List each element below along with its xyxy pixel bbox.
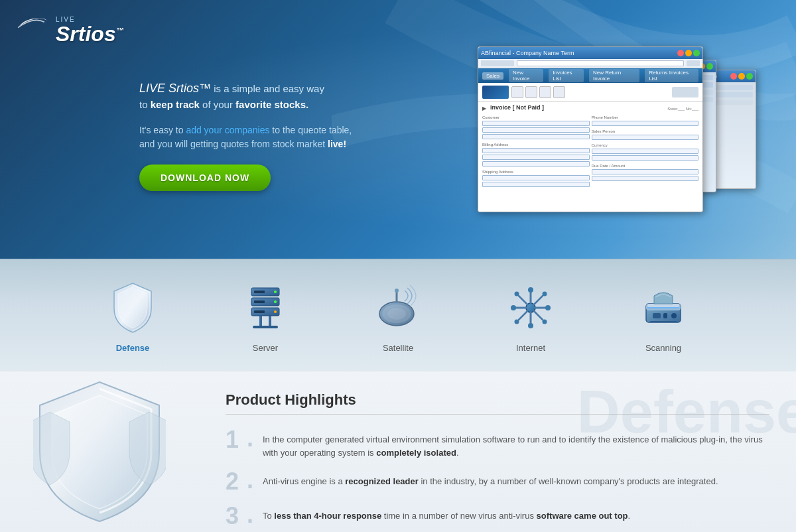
defense-label: Defense <box>116 343 150 353</box>
svg-point-14 <box>387 308 406 320</box>
hero-brand-inline: LIVE Srtios™ <box>139 82 211 95</box>
svg-rect-7 <box>254 300 265 303</box>
svg-rect-11 <box>253 326 278 328</box>
hero-tagline: LIVE Srtios™ is a simple and easy way to… <box>139 80 405 113</box>
svg-rect-8 <box>254 310 265 313</box>
svg-point-30 <box>515 292 519 297</box>
icons-section: Defense <box>0 259 796 371</box>
server-icon <box>239 278 292 338</box>
internet-icon <box>504 278 557 338</box>
screenshot-main: ABfinancial - Company Name Term Sales Ne… <box>478 46 703 212</box>
svg-point-27 <box>528 323 533 328</box>
icon-item-satellite[interactable]: Satellite <box>358 278 438 353</box>
svg-point-31 <box>543 292 547 297</box>
highlight-number-2: 2 <box>226 470 252 494</box>
svg-line-25 <box>534 311 543 320</box>
logo-brand: Srtios™ <box>56 23 124 44</box>
svg-rect-39 <box>663 313 667 318</box>
svg-rect-9 <box>259 316 262 326</box>
svg-line-22 <box>519 296 527 304</box>
defense-icon <box>106 278 159 338</box>
satellite-label: Satellite <box>383 343 413 353</box>
svg-rect-36 <box>647 304 679 307</box>
content-left <box>0 371 199 532</box>
internet-label: Internet <box>516 343 545 353</box>
highlight-item-3: 3 To less than 4-hour response time in a… <box>226 504 769 528</box>
highlight-item-1: 1 In the computer generated virtual envi… <box>226 428 769 459</box>
content-section: Defense Product Highlights 1 In the comp… <box>0 371 796 532</box>
highlight-text-2: Anti-virus engine is a recognized leader… <box>263 470 718 488</box>
screenshot-area: App App <box>478 33 769 232</box>
icon-item-internet[interactable]: Internet <box>491 278 570 353</box>
svg-point-3 <box>274 291 277 293</box>
svg-point-5 <box>274 310 277 313</box>
logo-icon <box>13 12 53 48</box>
highlight-text-1: In the computer generated virtual enviro… <box>263 428 769 459</box>
sw-header-blue: Sales New Invoice Invoices List New Retu… <box>478 68 702 83</box>
highlight-number-3: 3 <box>226 504 252 528</box>
scanning-icon <box>637 278 690 338</box>
server-label: Server <box>253 343 278 353</box>
sw-form-grid: Customer Billing Address Shipping Addres… <box>482 115 698 187</box>
logo-text: LIVE Srtios™ <box>56 16 124 44</box>
svg-point-33 <box>543 320 547 324</box>
svg-point-29 <box>545 305 551 310</box>
highlight-number-1: 1 <box>226 428 252 452</box>
hero-section: LIVE Srtios™ LIVE Srtios™ is a simple an… <box>0 0 796 259</box>
sw-titlebar-main: ABfinancial - Company Name Term <box>478 47 702 59</box>
download-button[interactable]: DOWNLOAD NOW <box>139 165 271 191</box>
sw-invoice-area: ▶ Invoice [ Not Paid ] State:___ No:___ … <box>478 101 702 190</box>
svg-rect-10 <box>269 316 271 326</box>
highlight-item-2: 2 Anti-virus engine is a recognized lead… <box>226 470 769 494</box>
highlight-text-3: To less than 4-hour response time in a n… <box>263 504 630 523</box>
svg-point-16 <box>395 289 399 293</box>
svg-point-4 <box>274 300 277 303</box>
icon-item-server[interactable]: Server <box>226 278 305 353</box>
svg-point-28 <box>511 305 516 310</box>
product-highlights-title: Product Highlights <box>226 391 769 415</box>
svg-line-23 <box>534 296 543 304</box>
icon-item-scanning[interactable]: Scanning <box>624 278 703 353</box>
svg-rect-6 <box>254 291 265 293</box>
sw-logo-bar <box>478 83 702 101</box>
svg-point-40 <box>671 313 677 318</box>
content-right: Defense Product Highlights 1 In the comp… <box>199 371 796 532</box>
hero-sub: It's easy to add your companies to the q… <box>139 123 405 151</box>
svg-rect-41 <box>650 321 677 322</box>
svg-point-26 <box>528 287 533 293</box>
icon-item-defense[interactable]: Defense <box>93 278 172 353</box>
logo-area: LIVE Srtios™ <box>13 12 124 48</box>
svg-point-32 <box>515 320 519 324</box>
satellite-icon <box>371 278 425 338</box>
svg-line-24 <box>519 311 527 320</box>
svg-rect-38 <box>653 313 661 318</box>
hero-text: LIVE Srtios™ is a simple and easy way to… <box>139 80 405 151</box>
scanning-label: Scanning <box>645 343 681 353</box>
svg-rect-37 <box>647 307 679 308</box>
shield-large-icon <box>33 379 166 525</box>
